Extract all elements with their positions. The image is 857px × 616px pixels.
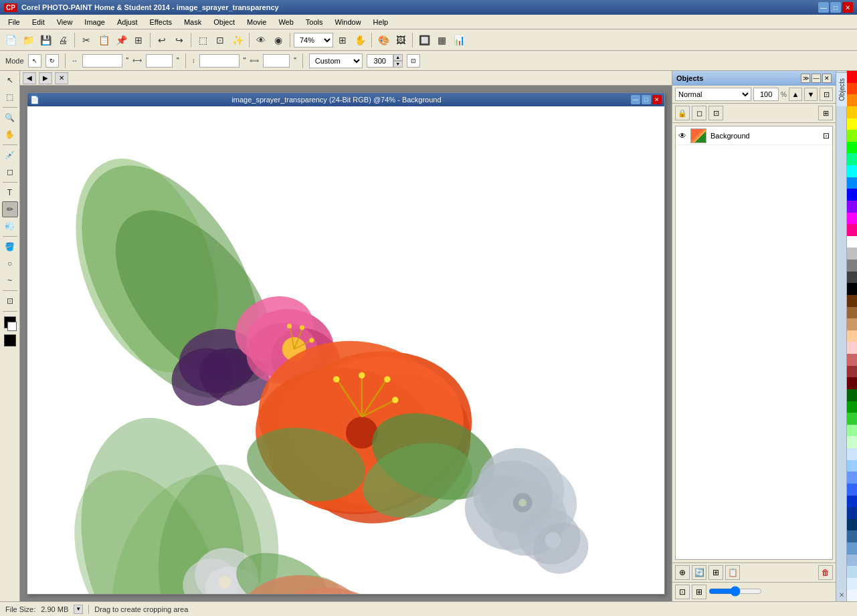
layer-link-icon[interactable]: ⊡ [823, 131, 830, 140]
palette-color-swatch[interactable] [847, 530, 857, 542]
tool-freehand[interactable]: ⬚ [2, 89, 18, 105]
palette-color-swatch[interactable] [847, 106, 857, 118]
palette-color-swatch[interactable] [847, 307, 857, 319]
x2-coord-input[interactable]: 0.0 [146, 54, 173, 68]
doc-close-button[interactable]: ✕ [652, 95, 662, 104]
size-input[interactable] [367, 54, 393, 68]
vtab-close-icon[interactable]: ✕ [838, 590, 846, 600]
print-button[interactable]: 🖨 [55, 32, 71, 48]
doc-minimize-button[interactable]: — [631, 95, 640, 104]
blend-mode-select[interactable]: Normal Dissolve Multiply Screen Overlay [675, 88, 751, 101]
palette-color-swatch[interactable] [847, 460, 857, 472]
doc-maximize-button[interactable]: □ [642, 95, 651, 104]
palette-color-swatch[interactable] [847, 272, 857, 284]
palette-color-swatch[interactable] [847, 342, 857, 354]
x-coord-input[interactable]: 5.46875 [82, 54, 122, 68]
nav-next-button[interactable]: ▶ [39, 72, 52, 84]
size-stepper[interactable]: ▲ ▼ [367, 54, 403, 68]
merge-down-button[interactable]: ⊡ [675, 585, 690, 599]
lock-transparent-button[interactable]: ◻ [692, 106, 706, 120]
lock-pos-button[interactable]: ⊡ [708, 106, 723, 120]
palette-color-swatch[interactable] [847, 389, 857, 401]
nav-close-button[interactable]: ✕ [55, 72, 68, 84]
new-button[interactable]: 📄 [3, 32, 19, 48]
object-view-button[interactable]: 📊 [451, 32, 467, 48]
palette-color-swatch[interactable] [847, 354, 857, 366]
open-button[interactable]: 📁 [20, 32, 36, 48]
color-button[interactable]: 🔲 [416, 32, 432, 48]
paste-button[interactable]: 📌 [113, 32, 129, 48]
cut-button[interactable]: ✂ [78, 32, 94, 48]
layer-visibility-eye[interactable]: 👁 [678, 131, 686, 140]
palette-color-swatch[interactable] [847, 224, 857, 236]
menu-file[interactable]: File [3, 17, 25, 27]
menu-help[interactable]: Help [368, 17, 394, 27]
panel-grid-button[interactable]: ⊞ [818, 106, 833, 120]
palette-color-swatch[interactable] [847, 189, 857, 201]
palette-color-swatch[interactable] [847, 554, 857, 567]
opacity-slider[interactable] [708, 586, 762, 597]
palette-color-swatch[interactable] [847, 94, 857, 106]
tool-eyedropper[interactable]: 💉 [2, 147, 18, 163]
palette-color-swatch[interactable] [847, 213, 857, 225]
y-coord-input[interactable]: 5.02083 [199, 54, 240, 68]
palette-color-swatch[interactable] [847, 330, 857, 342]
vtab-objects[interactable]: Objects [836, 72, 847, 106]
panel-extra-btn[interactable]: ⊡ [820, 88, 833, 101]
tool-pointer[interactable]: ↖ [2, 72, 18, 88]
delete-layer-button[interactable]: 🗑 [818, 565, 833, 580]
zoom-control[interactable]: 25% 50% 74% 100% 150% 200% [294, 33, 333, 47]
menu-image[interactable]: Image [79, 17, 110, 27]
zoom-fit-button[interactable]: ⊞ [335, 32, 351, 48]
palette-color-swatch[interactable] [847, 295, 857, 307]
size-spin-buttons[interactable]: ▲ ▼ [393, 54, 403, 68]
transform-button[interactable]: ⊡ [212, 32, 228, 48]
palette-color-swatch[interactable] [847, 448, 857, 460]
grab-button[interactable]: ✋ [352, 32, 368, 48]
palette-color-swatch[interactable] [847, 519, 857, 531]
color-view-button[interactable]: 🖼 [393, 32, 409, 48]
palette-color-swatch[interactable] [847, 153, 857, 165]
doc-controls[interactable]: — □ ✕ [631, 95, 662, 104]
minimize-button[interactable]: — [818, 2, 829, 13]
tool-image-sprayer[interactable]: 💨 [2, 218, 18, 234]
palette-color-swatch[interactable] [847, 542, 857, 554]
layer-background[interactable]: 👁 Background ⊡ [676, 126, 832, 145]
redo-button[interactable]: ↪ [171, 32, 187, 48]
palette-color-swatch[interactable] [847, 71, 857, 83]
palette-color-swatch[interactable] [847, 201, 857, 213]
palette-color-swatch[interactable] [847, 118, 857, 130]
palette-color-swatch[interactable] [847, 142, 857, 154]
menu-web[interactable]: Web [273, 17, 298, 27]
y2-coord-input[interactable]: 0.0 [263, 54, 290, 68]
background-color[interactable] [7, 322, 17, 331]
palette-color-swatch[interactable] [847, 377, 857, 389]
palette-color-swatch[interactable] [847, 236, 857, 248]
zoom-select[interactable]: 25% 50% 74% 100% 150% 200% [294, 33, 333, 47]
palette-color-swatch[interactable] [847, 177, 857, 189]
opacity-spin-down[interactable]: ▼ [804, 88, 818, 101]
menu-tools[interactable]: Tools [300, 17, 328, 27]
palette-color-swatch[interactable] [847, 318, 857, 330]
save-button[interactable]: 💾 [37, 32, 54, 48]
color-swatches[interactable] [3, 316, 17, 331]
mask-button[interactable]: ⬚ [195, 32, 211, 48]
duplicate-layer-button[interactable]: 🔄 [692, 565, 706, 580]
tool-pan[interactable]: ✋ [2, 126, 18, 142]
mode-refresh-btn[interactable]: ↻ [45, 54, 59, 68]
tool-paint[interactable]: ✏ [2, 201, 18, 217]
palette-color-swatch[interactable] [847, 425, 857, 437]
palette-color-swatch[interactable] [847, 283, 857, 295]
palette-color-swatch[interactable] [847, 366, 857, 378]
menu-mask[interactable]: Mask [179, 17, 207, 27]
panel-minimize-button[interactable]: — [812, 74, 821, 83]
palette-color-swatch[interactable] [847, 436, 857, 448]
palette-color-swatch[interactable] [847, 578, 857, 590]
foreground-swatch[interactable] [4, 334, 16, 346]
nav-prev-button[interactable]: ◀ [23, 72, 36, 84]
group-layer-button[interactable]: ⊞ [708, 565, 723, 580]
lock-all-button[interactable]: 🔒 [675, 106, 690, 120]
opacity-spin-up[interactable]: ▲ [789, 88, 802, 101]
menu-movie[interactable]: Movie [242, 17, 272, 27]
palette-color-swatch[interactable] [847, 484, 857, 496]
